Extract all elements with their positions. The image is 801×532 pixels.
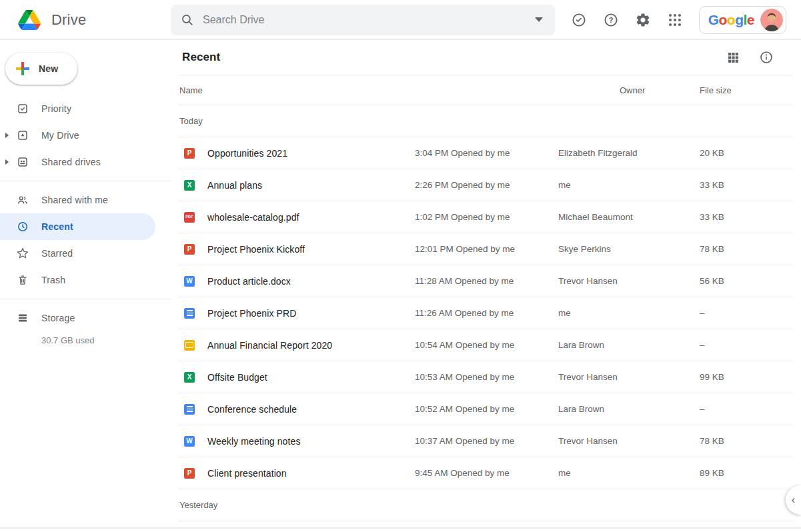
file-name: Project Phoenix Kickoff <box>207 244 415 255</box>
file-row[interactable]: Annual Financial Report 2020 10:54 AM Op… <box>179 329 792 361</box>
file-size: 20 KB <box>700 148 792 158</box>
file-size: 33 KB <box>700 180 792 190</box>
search-bar[interactable] <box>171 5 555 35</box>
shared-drives-icon <box>17 156 29 168</box>
topbar-actions: ? Google <box>555 6 801 34</box>
grid-view-icon <box>726 51 740 65</box>
sidebar-item-my-drive[interactable]: My Drive <box>0 122 171 149</box>
file-opened: 10:53 AM Opened by me <box>415 372 558 382</box>
search-input[interactable] <box>203 14 535 26</box>
shared-with-me-icon <box>17 194 29 206</box>
storage-icon <box>17 312 29 324</box>
sidebar-item-starred[interactable]: Starred <box>0 240 171 267</box>
file-row[interactable]: Project Phoenix PRD 11:26 AM Opened by m… <box>179 297 792 329</box>
sidebar-divider <box>0 299 171 299</box>
search-options-caret-icon[interactable] <box>535 17 543 22</box>
sidebar-item-label: Priority <box>41 103 71 114</box>
sidebar-item-label: Recent <box>41 221 73 232</box>
file-row[interactable]: W Weekly meeting notes 10:37 AM Opened b… <box>179 425 792 457</box>
file-row[interactable]: X Annual plans 2:26 PM Opened by me me 3… <box>179 169 792 201</box>
file-name: Project Phoenix PRD <box>207 308 415 319</box>
help-button[interactable]: ? <box>603 12 619 28</box>
file-opened: 10:37 AM Opened by me <box>415 436 558 446</box>
sidebar-item-priority[interactable]: Priority <box>0 95 171 122</box>
file-row[interactable]: X Offsite Budget 10:53 AM Opened by me T… <box>179 361 792 393</box>
main-content: Recent <box>171 40 801 531</box>
search-icon <box>180 13 195 27</box>
help-icon: ? <box>603 12 619 28</box>
sidebar: New Priority My Drive Sha <box>0 40 171 531</box>
page-title: Recent <box>182 51 220 64</box>
file-size: – <box>700 308 792 318</box>
avatar-image <box>760 9 783 31</box>
avatar[interactable] <box>760 9 783 31</box>
apps-grid-icon <box>667 12 683 28</box>
sidebar-item-shared-drives[interactable]: Shared drives <box>0 149 171 175</box>
details-button[interactable] <box>758 49 774 65</box>
file-owner: Trevor Hansen <box>558 276 700 286</box>
new-button[interactable]: New <box>5 53 77 85</box>
file-type-icon: X <box>184 372 195 383</box>
file-type-icon <box>184 340 195 351</box>
file-size: 78 KB <box>700 244 792 254</box>
file-type-icon: P <box>184 148 195 159</box>
sidebar-item-recent[interactable]: Recent <box>0 213 155 240</box>
file-owner: Skye Perkins <box>558 244 700 254</box>
file-owner: Trevor Hansen <box>558 372 700 382</box>
bottom-edge-line <box>0 527 801 529</box>
group-header: Today <box>179 105 792 137</box>
google-account-badge[interactable]: Google <box>699 6 786 34</box>
app-name: Drive <box>51 11 86 29</box>
file-owner: me <box>558 180 700 190</box>
file-size: – <box>700 340 792 350</box>
new-plus-icon <box>15 61 31 77</box>
file-table: Name Owner File size Today P Opportuniti… <box>179 75 792 521</box>
file-size: 33 KB <box>700 212 792 222</box>
file-owner: me <box>558 308 700 318</box>
file-row[interactable]: Conference schedule 10:52 AM Opened by m… <box>179 393 792 425</box>
file-name: Product article.docx <box>207 276 415 287</box>
star-icon <box>17 247 29 259</box>
sidebar-item-shared-with-me[interactable]: Shared with me <box>0 187 171 213</box>
offline-status-button[interactable] <box>571 12 587 28</box>
table-column-headers: Name Owner File size <box>179 75 792 105</box>
file-row[interactable]: P Client presentation 9:45 AM Opened by … <box>179 457 792 489</box>
file-row[interactable]: PDF wholesale-catalog.pdf 1:02 PM Opened… <box>179 201 792 233</box>
file-size: 78 KB <box>700 436 792 446</box>
expand-caret-icon[interactable] <box>5 159 9 165</box>
column-header-name[interactable]: Name <box>179 85 620 95</box>
settings-button[interactable] <box>635 12 651 28</box>
top-app-bar: Drive ? <box>0 0 801 40</box>
file-opened: 2:26 PM Opened by me <box>415 180 558 190</box>
sidebar-item-storage[interactable]: Storage <box>0 305 171 331</box>
file-opened: 11:28 AM Opened by me <box>415 276 558 286</box>
file-row[interactable]: W Product article.docx 11:28 AM Opened b… <box>179 265 792 297</box>
file-name: Offsite Budget <box>207 372 415 383</box>
google-logo: Google <box>708 13 754 27</box>
sidebar-item-trash[interactable]: Trash <box>0 267 171 293</box>
file-name: wholesale-catalog.pdf <box>207 212 415 223</box>
file-size: – <box>700 404 792 414</box>
sidebar-divider <box>0 181 171 181</box>
gear-icon <box>635 12 651 28</box>
file-row[interactable]: P Opportunities 2021 3:04 PM Opened by m… <box>179 137 792 169</box>
trash-icon <box>17 274 29 286</box>
sidebar-item-label: Shared drives <box>41 157 101 167</box>
file-size: 89 KB <box>700 468 792 478</box>
expand-caret-icon[interactable] <box>5 133 9 138</box>
file-row[interactable]: P Project Phoenix Kickoff 12:01 PM Opene… <box>179 233 792 265</box>
sidebar-item-label: Shared with me <box>41 195 108 205</box>
drive-logo[interactable]: Drive <box>0 10 171 30</box>
google-apps-button[interactable] <box>667 12 683 28</box>
file-type-icon: P <box>184 244 195 255</box>
file-opened: 1:02 PM Opened by me <box>415 212 558 222</box>
file-opened: 11:26 AM Opened by me <box>415 308 558 318</box>
storage-used: 30.7 GB used <box>0 335 171 345</box>
grid-view-button[interactable] <box>725 49 741 65</box>
file-name: Weekly meeting notes <box>207 436 415 447</box>
file-opened: 12:01 PM Opened by me <box>415 244 558 254</box>
file-name: Client presentation <box>207 468 415 479</box>
file-owner: Michael Beaumont <box>558 212 700 222</box>
file-name: Opportunities 2021 <box>207 148 415 159</box>
sidebar-item-label: Trash <box>41 275 65 285</box>
